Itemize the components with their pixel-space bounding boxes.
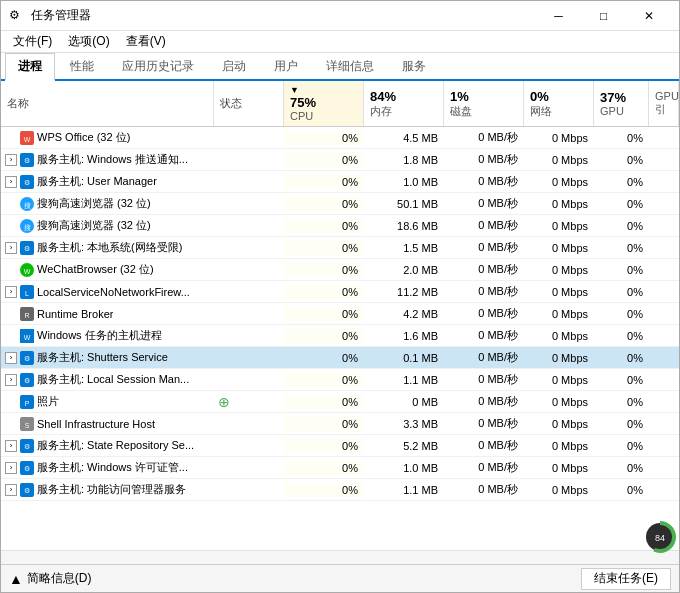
process-status: ⊕ bbox=[214, 394, 284, 410]
process-gpu: 0% bbox=[594, 153, 649, 167]
table-row[interactable]: › ⚙ 服务主机: 本地系统(网络受限) 0% 1.5 MB 0 MB/秒 0 … bbox=[1, 237, 679, 259]
process-name-cell: › ⚙ 服务主机: Local Session Man... bbox=[1, 371, 214, 388]
tab-processes[interactable]: 进程 bbox=[5, 53, 55, 81]
tab-details[interactable]: 详细信息 bbox=[313, 53, 387, 79]
svg-text:⚙: ⚙ bbox=[24, 443, 30, 450]
process-cpu: 0% bbox=[284, 483, 364, 497]
header-cpu[interactable]: ▼ 75% CPU bbox=[284, 81, 364, 126]
table-row[interactable]: W Windows 任务的主机进程 0% 1.6 MB 0 MB/秒 0 Mbp… bbox=[1, 325, 679, 347]
horizontal-scrollbar[interactable] bbox=[1, 550, 679, 564]
process-network: 0 Mbps bbox=[524, 417, 594, 431]
svg-text:W: W bbox=[24, 333, 31, 340]
process-gpu: 0% bbox=[594, 417, 649, 431]
expand-button[interactable]: › bbox=[5, 462, 17, 474]
process-name-cell: › ⚙ 服务主机: 功能访问管理器服务 bbox=[1, 481, 214, 498]
process-disk: 0 MB/秒 bbox=[444, 195, 524, 212]
tab-users[interactable]: 用户 bbox=[261, 53, 311, 79]
expand-button[interactable]: › bbox=[5, 242, 17, 254]
tab-startup[interactable]: 启动 bbox=[209, 53, 259, 79]
svg-text:W: W bbox=[24, 135, 31, 142]
header-gpu[interactable]: 37% GPU bbox=[594, 81, 649, 126]
header-memory[interactable]: 84% 内存 bbox=[364, 81, 444, 126]
header-disk[interactable]: 1% 磁盘 bbox=[444, 81, 524, 126]
table-row[interactable]: › ⚙ 服务主机: State Repository Se... 0% 5.2 … bbox=[1, 435, 679, 457]
process-gpu-engine bbox=[649, 313, 679, 315]
table-row[interactable]: › ⚙ 服务主机: Local Session Man... 0% 1.1 MB… bbox=[1, 369, 679, 391]
expand-button[interactable]: › bbox=[5, 154, 17, 166]
expand-button[interactable]: › bbox=[5, 440, 17, 452]
process-cpu: 0% bbox=[284, 285, 364, 299]
summary-info[interactable]: ▲ 简略信息(D) bbox=[9, 570, 92, 587]
process-name-cell: › L LocalServiceNoNetworkFirew... bbox=[1, 284, 214, 300]
process-gpu-engine bbox=[649, 269, 679, 271]
process-name-cell: P 照片 bbox=[1, 393, 214, 410]
expand-button[interactable]: › bbox=[5, 484, 17, 496]
header-gpu-engine[interactable]: GPU 引 bbox=[649, 81, 679, 126]
expand-button[interactable]: › bbox=[5, 374, 17, 386]
header-status[interactable]: 状态 bbox=[214, 81, 284, 126]
process-network: 0 Mbps bbox=[524, 219, 594, 233]
menu-file[interactable]: 文件(F) bbox=[5, 31, 60, 52]
tab-app-history[interactable]: 应用历史记录 bbox=[109, 53, 207, 79]
close-button[interactable]: ✕ bbox=[626, 1, 671, 31]
table-row[interactable]: S Shell Infrastructure Host 0% 3.3 MB 0 … bbox=[1, 413, 679, 435]
process-cpu: 0% bbox=[284, 131, 364, 145]
table-row[interactable]: › ⚙ 服务主机: Windows 推送通知... 0% 1.8 MB 0 MB… bbox=[1, 149, 679, 171]
cpu-label: CPU bbox=[290, 110, 357, 122]
disk-label: 磁盘 bbox=[450, 104, 517, 119]
menu-view[interactable]: 查看(V) bbox=[118, 31, 174, 52]
process-memory: 1.0 MB bbox=[364, 461, 444, 475]
process-memory: 0.1 MB bbox=[364, 351, 444, 365]
table-row[interactable]: › L LocalServiceNoNetworkFirew... 0% 11.… bbox=[1, 281, 679, 303]
process-gpu-engine bbox=[649, 291, 679, 293]
table-body[interactable]: W WPS Office (32 位) 0% 4.5 MB 0 MB/秒 0 M… bbox=[1, 127, 679, 550]
svg-text:⚙: ⚙ bbox=[24, 355, 30, 362]
process-network: 0 Mbps bbox=[524, 439, 594, 453]
process-network: 0 Mbps bbox=[524, 373, 594, 387]
tab-services[interactable]: 服务 bbox=[389, 53, 439, 79]
maximize-button[interactable]: □ bbox=[581, 1, 626, 31]
summary-label[interactable]: 简略信息(D) bbox=[27, 570, 92, 587]
process-gpu: 0% bbox=[594, 263, 649, 277]
process-name-cell: › ⚙ 服务主机: Shutters Service bbox=[1, 349, 214, 366]
table-row[interactable]: › ⚙ 服务主机: 功能访问管理器服务 0% 1.1 MB 0 MB/秒 0 M… bbox=[1, 479, 679, 501]
process-cpu: 0% bbox=[284, 219, 364, 233]
table-row[interactable]: R Runtime Broker 0% 4.2 MB 0 MB/秒 0 Mbps… bbox=[1, 303, 679, 325]
table-row[interactable]: › ⚙ 服务主机: Shutters Service 0% 0.1 MB 0 M… bbox=[1, 347, 679, 369]
process-gpu-engine bbox=[649, 225, 679, 227]
process-name: 服务主机: 功能访问管理器服务 bbox=[37, 482, 186, 497]
process-network: 0 Mbps bbox=[524, 153, 594, 167]
process-gpu-engine bbox=[649, 181, 679, 183]
header-network[interactable]: 0% 网络 bbox=[524, 81, 594, 126]
process-network: 0 Mbps bbox=[524, 131, 594, 145]
process-memory: 1.6 MB bbox=[364, 329, 444, 343]
table-row[interactable]: W WPS Office (32 位) 0% 4.5 MB 0 MB/秒 0 M… bbox=[1, 127, 679, 149]
process-cpu: 0% bbox=[284, 373, 364, 387]
sort-arrow-icon: ▼ bbox=[290, 85, 357, 95]
expand-button[interactable]: › bbox=[5, 352, 17, 364]
process-name-cell: 搜 搜狗高速浏览器 (32 位) bbox=[1, 217, 214, 234]
expand-button[interactable]: › bbox=[5, 286, 17, 298]
table-row[interactable]: › ⚙ 服务主机: User Manager 0% 1.0 MB 0 MB/秒 … bbox=[1, 171, 679, 193]
process-cpu: 0% bbox=[284, 241, 364, 255]
process-cpu: 0% bbox=[284, 351, 364, 365]
svg-text:⚙: ⚙ bbox=[24, 157, 30, 164]
table-row[interactable]: › ⚙ 服务主机: Windows 许可证管... 0% 1.0 MB 0 MB… bbox=[1, 457, 679, 479]
table-row[interactable]: 搜 搜狗高速浏览器 (32 位) 0% 50.1 MB 0 MB/秒 0 Mbp… bbox=[1, 193, 679, 215]
process-gpu: 0% bbox=[594, 439, 649, 453]
table-row[interactable]: W WeChatBrowser (32 位) 0% 2.0 MB 0 MB/秒 … bbox=[1, 259, 679, 281]
end-task-button[interactable]: 结束任务(E) bbox=[581, 568, 671, 590]
expand-button[interactable]: › bbox=[5, 176, 17, 188]
svg-text:L: L bbox=[25, 289, 29, 296]
table-row[interactable]: P 照片 ⊕ 0% 0 MB 0 MB/秒 0 Mbps 0% bbox=[1, 391, 679, 413]
table-row[interactable]: 搜 搜狗高速浏览器 (32 位) 0% 18.6 MB 0 MB/秒 0 Mbp… bbox=[1, 215, 679, 237]
task-manager-window: ⚙ 任务管理器 ─ □ ✕ 文件(F) 选项(O) 查看(V) 进程 性能 应用… bbox=[0, 0, 680, 593]
process-memory: 4.2 MB bbox=[364, 307, 444, 321]
tab-performance[interactable]: 性能 bbox=[57, 53, 107, 79]
minimize-button[interactable]: ─ bbox=[536, 1, 581, 31]
menu-options[interactable]: 选项(O) bbox=[60, 31, 117, 52]
header-name[interactable]: 名称 bbox=[1, 81, 214, 126]
process-gpu: 0% bbox=[594, 461, 649, 475]
process-gpu: 0% bbox=[594, 285, 649, 299]
process-cpu: 0% bbox=[284, 329, 364, 343]
